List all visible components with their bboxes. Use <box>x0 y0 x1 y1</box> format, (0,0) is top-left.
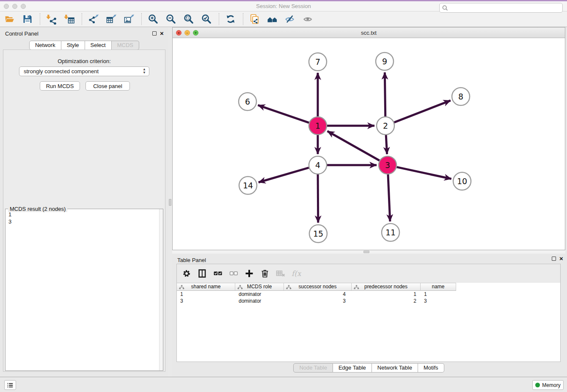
graph-edge-4-14[interactable] <box>259 168 309 182</box>
application-window: { "window": { "title": "Session: New Ses… <box>0 0 567 392</box>
search-icon <box>442 5 449 11</box>
search-box <box>439 3 563 13</box>
graph-node-14[interactable]: 14 <box>239 177 257 194</box>
table-cell: 3 <box>177 298 235 304</box>
column-visibility-button[interactable] <box>196 267 209 280</box>
graph-node-7[interactable]: 7 <box>309 53 327 71</box>
network-canvas[interactable]: 1234678910111415 <box>173 38 565 250</box>
svg-text:8: 8 <box>458 92 463 101</box>
column-header-predecessor-nodes[interactable]: predecessor nodes <box>352 283 421 291</box>
column-header-successor-nodes[interactable]: successor nodes <box>284 283 352 291</box>
table-cell: 1 <box>421 291 456 298</box>
svg-text:15: 15 <box>313 229 323 238</box>
search-input[interactable] <box>439 3 563 13</box>
vertical-splitter-handle[interactable] <box>169 199 171 206</box>
control-panel-tabs: NetworkStyleSelectMCDS <box>0 41 168 50</box>
tab-select[interactable]: Select <box>85 41 112 50</box>
tab-edge-table[interactable]: Edge Table <box>333 363 372 373</box>
graph-node-3[interactable]: 3 <box>379 156 396 174</box>
graph-node-15[interactable]: 15 <box>309 225 327 243</box>
import-network-icon <box>46 14 57 25</box>
zoom-out-button[interactable] <box>164 12 178 26</box>
import-network-button[interactable] <box>44 12 59 26</box>
graph-edge-4-15[interactable] <box>318 174 318 223</box>
task-history-button[interactable] <box>4 380 16 390</box>
add-column-button[interactable] <box>243 267 256 280</box>
graph-edge-2-8[interactable] <box>394 100 451 122</box>
control-panel-title: Control Panel <box>5 30 39 37</box>
gear-button[interactable] <box>180 267 193 280</box>
delete-button[interactable] <box>259 267 271 280</box>
result-scrollbar[interactable] <box>159 209 163 370</box>
show-all-icon <box>303 14 314 25</box>
graph-edge-1-6[interactable] <box>258 105 309 122</box>
zoom-selected-icon <box>201 14 212 25</box>
hide-selected-button[interactable] <box>283 12 297 26</box>
graph-edge-3-10[interactable] <box>397 167 451 179</box>
memory-button[interactable]: Memory <box>532 380 564 390</box>
tab-style[interactable]: Style <box>61 41 85 50</box>
graph-node-11[interactable]: 11 <box>382 224 399 241</box>
tab-mcds[interactable]: MCDS <box>112 41 139 50</box>
hide-selected-icon <box>285 14 296 25</box>
graph-node-2[interactable]: 2 <box>377 117 394 135</box>
column-header-name[interactable]: name <box>421 283 456 291</box>
tab-node-table[interactable]: Node Table <box>293 363 333 373</box>
graph-edge-2-3[interactable] <box>386 135 387 154</box>
network-window-title: scc.txt <box>173 30 565 36</box>
tab-motifs[interactable]: Motifs <box>418 363 444 373</box>
graph-node-6[interactable]: 6 <box>239 93 256 110</box>
clone-network-button[interactable] <box>248 12 262 26</box>
table-cell: 4 <box>284 291 352 298</box>
control-panel: Control Panel × NetworkStyleSelectMCDS O… <box>0 27 168 377</box>
zoom-selected-button[interactable] <box>199 12 214 26</box>
close-panel-button[interactable]: Close panel <box>85 81 130 91</box>
export-image-button[interactable] <box>122 12 136 26</box>
deselect-all-button[interactable] <box>227 267 240 280</box>
run-mcds-button[interactable]: Run MCDS <box>40 81 80 91</box>
network-window-titlebar: × − + scc.txt <box>173 28 565 38</box>
graph-node-4[interactable]: 4 <box>309 156 327 174</box>
graph-edge-3-1[interactable] <box>328 131 380 160</box>
graph-node-9[interactable]: 9 <box>376 52 394 70</box>
horizontal-splitter-handle[interactable] <box>363 251 369 253</box>
refresh-layout-button[interactable] <box>223 12 238 26</box>
horizontal-splitter[interactable] <box>172 250 565 254</box>
deselect-all-icon <box>228 268 239 279</box>
tab-network[interactable]: Network <box>29 41 61 50</box>
delete-table-button <box>274 267 287 280</box>
import-table-button[interactable] <box>62 12 77 26</box>
column-tree-icon <box>286 285 292 290</box>
export-network-button[interactable] <box>86 12 101 26</box>
save-session-button[interactable] <box>20 12 35 26</box>
table-cell: 3 <box>421 298 456 304</box>
svg-text:6: 6 <box>245 97 250 106</box>
toolbar-separator <box>40 13 40 25</box>
graph-node-10[interactable]: 10 <box>453 172 471 190</box>
toolbar-separator <box>243 13 243 25</box>
svg-text:14: 14 <box>243 181 253 190</box>
graph-edge-2-9[interactable] <box>385 72 385 116</box>
close-panel-icon[interactable]: × <box>160 31 164 36</box>
show-all-button[interactable] <box>301 12 315 26</box>
select-all-button[interactable] <box>212 267 224 280</box>
column-header-label: shared name <box>191 284 220 290</box>
column-header-shared-name[interactable]: shared name <box>177 283 235 291</box>
zoom-in-button[interactable] <box>146 12 160 26</box>
graph-node-8[interactable]: 8 <box>452 88 470 105</box>
open-session-button[interactable] <box>3 12 17 26</box>
column-header-MCDS-role[interactable]: MCDS role <box>235 283 284 291</box>
tab-network-table[interactable]: Network Table <box>372 363 418 373</box>
close-table-panel-icon[interactable]: × <box>559 256 563 261</box>
table-row[interactable]: 3dominator323 <box>177 298 560 304</box>
graph-node-1[interactable]: 1 <box>309 117 327 135</box>
float-panel-icon[interactable] <box>152 31 157 36</box>
float-table-panel-icon[interactable] <box>552 257 556 261</box>
optimization-criterion-dropdown[interactable]: strongly connected component ▲▼ <box>19 66 149 76</box>
graph-edge-3-11[interactable] <box>388 174 390 221</box>
zoom-fit-button[interactable] <box>182 12 196 26</box>
export-table-button[interactable] <box>104 12 118 26</box>
first-neighbors-button[interactable] <box>265 12 280 26</box>
table-row[interactable]: 1dominator411 <box>177 291 560 298</box>
vertical-splitter[interactable] <box>168 27 172 377</box>
